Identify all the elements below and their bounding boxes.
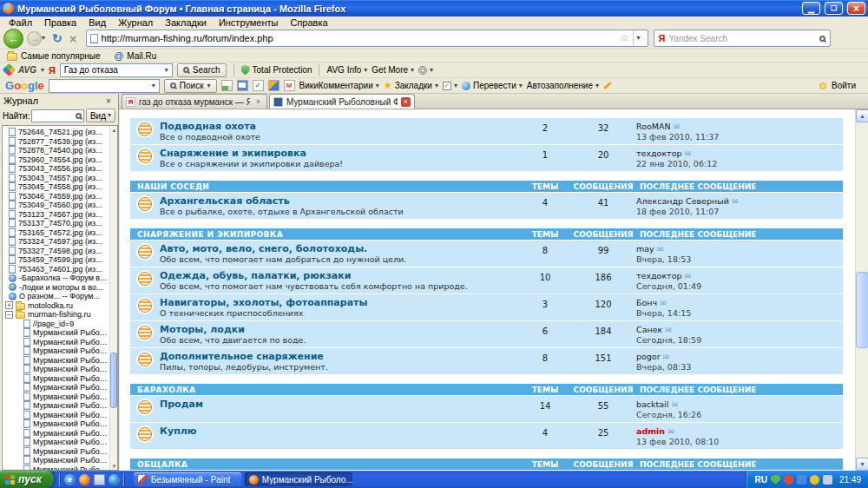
history-item[interactable]: Мурманский Рыболовн... (4, 365, 108, 374)
history-item[interactable]: Мурманский Рыболовн... (4, 429, 108, 439)
main-scrollbar[interactable]: ▲ ▼ (855, 109, 868, 471)
history-item[interactable]: Мурманский Рыболовн... (4, 447, 108, 457)
history-item[interactable]: 753043_74557.jpg (из... (4, 174, 108, 183)
dropdown-icon[interactable]: ▾ (152, 82, 155, 89)
sidewiki-icon[interactable] (237, 80, 248, 91)
firefox-quicklaunch-icon[interactable] (79, 474, 90, 485)
message-icon[interactable]: ✉ (663, 353, 670, 361)
language-indicator[interactable]: RU (755, 475, 767, 485)
history-item[interactable]: Мурманский Рыболовн... (4, 438, 108, 447)
expand-toggle-icon[interactable]: − (5, 311, 13, 319)
last-poster-link[interactable]: backtail (636, 399, 668, 409)
avg-search-value[interactable]: Газ до отказа (64, 65, 162, 75)
forum-title-link[interactable]: Дополнительное снаряжение (160, 352, 324, 362)
message-icon[interactable]: ✉ (665, 326, 672, 334)
last-poster-link[interactable]: admin (636, 426, 665, 436)
forum-title-link[interactable]: Одежда, обувь, палатки, рюкзаки (160, 271, 351, 281)
restore-button[interactable] (825, 2, 843, 15)
history-item[interactable]: 753459_74599.jpg (из... (4, 255, 108, 265)
message-icon[interactable]: ✉ (685, 149, 692, 158)
section-name-link[interactable]: СНАРЯЖЕНИЕ И ЭКИПИРОВКА (130, 230, 520, 239)
history-item[interactable]: 753043_74556.jpg (из... (4, 164, 108, 174)
last-poster-link[interactable]: may (636, 244, 654, 254)
section-name-link[interactable]: НАШИ СОСЕДИ (130, 182, 520, 191)
address-dropdown-button[interactable]: ▾ (633, 30, 644, 46)
stop-button[interactable] (69, 31, 77, 46)
google-search-button[interactable]: Поиск ▾ (164, 79, 217, 93)
menu-item[interactable]: Инструменты (214, 17, 284, 28)
last-poster-link[interactable]: Бонч (636, 298, 657, 307)
forum-title-link[interactable]: Подводная охота (160, 122, 256, 132)
history-item[interactable]: 753324_74597.jpg (из... (4, 237, 108, 247)
history-item[interactable]: Мурманский Рыболовн... (4, 374, 108, 384)
history-item[interactable]: Мурманский Рыболовн... (4, 401, 108, 411)
refresh-button[interactable] (52, 31, 62, 45)
yandex-search-box[interactable]: Я Yandex Search (654, 30, 831, 47)
translate-button[interactable]: Перевести ▾ (462, 81, 523, 90)
tab-close-icon[interactable] (253, 97, 263, 107)
history-item[interactable]: Мурманский Рыболовн... (4, 346, 108, 356)
history-item[interactable]: Мурманский Рыболовн... (4, 356, 108, 366)
forward-button[interactable] (27, 31, 42, 46)
menu-item[interactable]: Правка (39, 17, 82, 28)
start-button[interactable]: пуск (0, 471, 54, 488)
history-item[interactable]: Мурманский Рыболовн... (4, 328, 108, 338)
scroll-down-icon[interactable]: ▼ (110, 462, 118, 470)
avg-search-input[interactable]: Газ до отказа ▾ (60, 63, 173, 77)
history-item[interactable]: 753165_74572.jpg (из... (4, 228, 108, 238)
last-poster-link[interactable]: техдоктор (636, 148, 682, 158)
scrollbar-thumb[interactable] (110, 353, 117, 407)
ie-quicklaunch-icon[interactable] (64, 474, 76, 485)
history-item[interactable]: 752646_74521.jpg (из... (4, 128, 108, 137)
signin-label[interactable]: Войти (832, 81, 856, 90)
network-tray-icon[interactable] (797, 475, 806, 485)
message-icon[interactable]: ✉ (671, 400, 678, 409)
history-item[interactable]: Мурманский Рыболовн... (4, 392, 108, 402)
minimize-button[interactable] (802, 2, 820, 15)
avg-info-button[interactable]: AVG Info ▾ (326, 65, 367, 75)
get-more-button[interactable]: Get More ▾ (372, 65, 414, 75)
pagerank-icon[interactable] (221, 80, 233, 91)
forum-title-link[interactable]: Навигаторы, эхолоты, фотоаппараты (160, 298, 367, 308)
last-poster-link[interactable]: Санек (636, 325, 662, 334)
autofill-button[interactable]: Автозаполнение ▾ (527, 81, 599, 90)
history-item[interactable]: 753045_74558.jpg (из... (4, 182, 108, 192)
history-item[interactable]: − murman-fishing.ru (4, 310, 108, 320)
nav-history-dropdown-icon[interactable]: ▾ (42, 35, 45, 42)
history-item[interactable]: Мурманский Рыболовн... (4, 456, 108, 465)
history-item[interactable]: Мурманский Рыболовн... (4, 338, 108, 347)
volume-tray-icon[interactable] (823, 475, 832, 485)
main-scrollbar-thumb[interactable] (856, 272, 868, 348)
back-button[interactable] (3, 29, 23, 49)
show-desktop-icon[interactable] (94, 474, 105, 485)
history-item[interactable]: 753463_74601.jpg (из... (4, 265, 108, 274)
history-item[interactable]: 752878_74540.jpg (из... (4, 146, 108, 155)
comments-button[interactable]: ВикиКомментарии ▾ (299, 81, 379, 90)
avg-search-button[interactable]: Search (177, 63, 227, 77)
forum-title-link[interactable]: Снаряжение и экипировка (160, 148, 306, 159)
forum-title-link[interactable]: Моторы, лодки (160, 325, 245, 335)
edit-pencil-icon[interactable] (603, 82, 612, 89)
search-icon[interactable] (819, 36, 825, 42)
tab-title[interactable]: газ до отказа мурманск — Яндекс: н... (139, 97, 250, 107)
history-item[interactable]: О разном... -- Форум... (4, 292, 108, 301)
history-item[interactable]: Мурманский Рыболовн... (4, 383, 108, 392)
history-item[interactable]: 753137_74570.jpg (из... (4, 219, 108, 228)
history-item[interactable]: -Барахолка -- Форум в... (4, 274, 108, 283)
scroll-up-icon[interactable]: ▲ (110, 126, 118, 134)
history-item[interactable]: //page_id=9 (4, 320, 108, 329)
gmail-icon[interactable] (284, 80, 295, 91)
translate-icon[interactable] (268, 80, 279, 91)
sidebar-scrollbar[interactable]: ▲ ▼ (109, 126, 117, 470)
google-bookmarks-button[interactable]: Закладки ▾ (384, 80, 438, 91)
browser-tab[interactable]: Я газ до отказа мурманск — Яндекс: н... (122, 94, 267, 109)
browser-tab[interactable]: Мурманский Рыболовный Фору... (269, 94, 415, 109)
avg-brand[interactable]: AVG (18, 65, 36, 75)
history-item[interactable]: 752877_74539.jpg (из... (4, 137, 108, 147)
scroll-down-button[interactable]: ▼ (856, 458, 868, 471)
update-tray-icon[interactable] (810, 475, 819, 485)
history-item[interactable]: -Лодки и моторы в во... (4, 283, 108, 293)
bookmark-star-icon[interactable] (620, 32, 629, 44)
history-item[interactable]: 753123_74567.jpg (из... (4, 210, 108, 220)
dropdown-icon[interactable]: ▾ (165, 67, 168, 74)
